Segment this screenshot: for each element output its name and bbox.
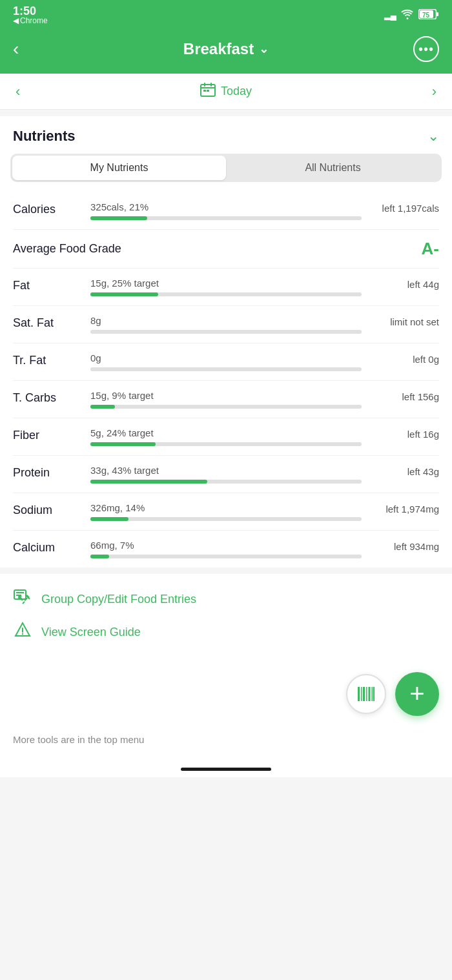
fiber-label: Fiber	[13, 427, 84, 442]
fiber-values: 5g, 24% target	[90, 427, 362, 438]
protein-progress-fill	[90, 480, 207, 484]
protein-right: left 43g	[368, 465, 439, 477]
nutrient-tab-switch: My Nutrients All Nutrients	[10, 154, 442, 182]
t-carbs-detail: 15g, 9% target	[84, 390, 368, 409]
calcium-detail: 66mg, 7%	[84, 540, 368, 558]
calories-label: Calories	[13, 201, 84, 216]
sat-fat-right: limit not set	[368, 315, 439, 327]
sodium-values: 326mg, 14%	[90, 502, 362, 513]
wifi-icon	[400, 9, 415, 21]
protein-progress-bg	[90, 480, 362, 484]
svg-rect-24	[373, 687, 375, 701]
all-nutrients-tab[interactable]: All Nutrients	[226, 156, 440, 180]
t-carbs-right: left 156g	[368, 390, 439, 402]
sodium-detail: 326mg, 14%	[84, 502, 368, 521]
view-guide-item[interactable]: View Screen Guide	[13, 622, 439, 642]
calories-row: Calories 325cals, 21% left 1,197cals	[13, 192, 439, 230]
bottom-info: More tools are in the top menu	[0, 729, 452, 759]
svg-line-14	[23, 602, 25, 604]
svg-rect-21	[366, 687, 367, 701]
add-icon: +	[409, 680, 424, 706]
svg-rect-9	[207, 90, 209, 92]
fat-detail: 15g, 25% target	[84, 278, 368, 296]
status-chrome: ◀ Chrome	[13, 17, 48, 25]
sat-fat-progress-bg	[90, 330, 362, 334]
tr-fat-progress-bg	[90, 367, 362, 371]
tr-fat-label: Tr. Fat	[13, 352, 84, 367]
fiber-detail: 5g, 24% target	[84, 427, 368, 446]
group-copy-label: Group Copy/Edit Food Entries	[41, 593, 196, 606]
add-food-button[interactable]: +	[395, 672, 439, 716]
t-carbs-label: T. Carbs	[13, 390, 84, 405]
calcium-progress-fill	[90, 555, 109, 558]
main-content: Nutrients ⌄ My Nutrients All Nutrients C…	[0, 116, 452, 567]
date-center[interactable]: Today	[200, 83, 252, 100]
svg-rect-18	[358, 687, 360, 701]
back-button[interactable]: ‹	[13, 39, 39, 59]
svg-rect-1	[437, 12, 438, 16]
sodium-progress-fill	[90, 517, 128, 521]
sodium-label: Sodium	[13, 502, 84, 517]
bottom-tools-section: Group Copy/Edit Food Entries View Screen…	[0, 574, 452, 666]
header: ‹ Breakfast ⌄ •••	[0, 28, 452, 74]
protein-row: Protein 33g, 43% target left 43g	[13, 456, 439, 493]
menu-button[interactable]: •••	[413, 36, 439, 62]
fat-label: Fat	[13, 278, 84, 292]
current-date: Today	[221, 85, 252, 98]
group-copy-item[interactable]: Group Copy/Edit Food Entries	[13, 589, 439, 609]
sat-fat-detail: 8g	[84, 315, 368, 334]
calories-progress-fill	[90, 216, 147, 220]
svg-text:75: 75	[422, 12, 430, 19]
barcode-scanner-button[interactable]	[346, 674, 386, 714]
svg-rect-23	[372, 687, 373, 701]
fat-right: left 44g	[368, 278, 439, 290]
sat-fat-label: Sat. Fat	[13, 315, 84, 330]
calories-progress-bg	[90, 216, 362, 220]
t-carbs-progress-fill	[90, 405, 115, 409]
svg-rect-22	[369, 687, 371, 701]
sat-fat-row: Sat. Fat 8g limit not set	[13, 306, 439, 343]
t-carbs-row: T. Carbs 15g, 9% target left 156g	[13, 381, 439, 418]
svg-point-17	[22, 633, 23, 635]
prev-day-button[interactable]: ‹	[15, 83, 20, 100]
svg-rect-20	[363, 687, 365, 701]
calories-right: left 1,197cals	[368, 201, 439, 214]
tr-fat-row: Tr. Fat 0g left 0g	[13, 343, 439, 381]
protein-values: 33g, 43% target	[90, 465, 362, 476]
t-carbs-values: 15g, 9% target	[90, 390, 362, 401]
grade-value: A-	[422, 239, 439, 259]
nutrients-collapse-icon[interactable]: ⌄	[427, 128, 439, 145]
ellipsis-icon: •••	[418, 42, 434, 57]
fat-progress-fill	[90, 292, 158, 296]
nutrients-section-title: Nutrients	[13, 128, 76, 145]
next-day-button[interactable]: ›	[432, 83, 437, 100]
protein-label: Protein	[13, 465, 84, 480]
svg-rect-8	[203, 90, 206, 92]
fat-values: 15g, 25% target	[90, 278, 362, 289]
status-left: 1:50 ◀ Chrome	[13, 5, 48, 25]
header-title-area[interactable]: Breakfast ⌄	[183, 40, 269, 58]
view-guide-label: View Screen Guide	[41, 626, 141, 639]
sodium-row: Sodium 326mg, 14% left 1,974mg	[13, 493, 439, 531]
meal-title: Breakfast	[183, 40, 254, 58]
sodium-right: left 1,974mg	[368, 502, 439, 515]
view-guide-icon	[13, 622, 32, 642]
calcium-values: 66mg, 7%	[90, 540, 362, 551]
nutrients-header: Nutrients ⌄	[0, 116, 452, 154]
calories-detail: 325cals, 21%	[84, 201, 368, 220]
back-arrow-icon: ◀	[13, 17, 19, 25]
fat-progress-bg	[90, 292, 362, 296]
date-navigation: ‹ Today ›	[0, 74, 452, 110]
my-nutrients-tab[interactable]: My Nutrients	[12, 156, 226, 180]
protein-detail: 33g, 43% target	[84, 465, 368, 484]
fat-row: Fat 15g, 25% target left 44g	[13, 269, 439, 306]
fab-area: +	[0, 666, 452, 729]
bottom-info-text: More tools are in the top menu	[13, 734, 144, 745]
fiber-right: left 16g	[368, 427, 439, 440]
home-bar	[181, 768, 271, 771]
grade-row: Average Food Grade A-	[13, 230, 439, 269]
nutrient-rows: Calories 325cals, 21% left 1,197cals Ave…	[0, 192, 452, 567]
calendar-icon	[200, 83, 216, 100]
status-time: 1:50	[13, 5, 36, 17]
status-bar: 1:50 ◀ Chrome ▂▄ 75	[0, 0, 452, 28]
